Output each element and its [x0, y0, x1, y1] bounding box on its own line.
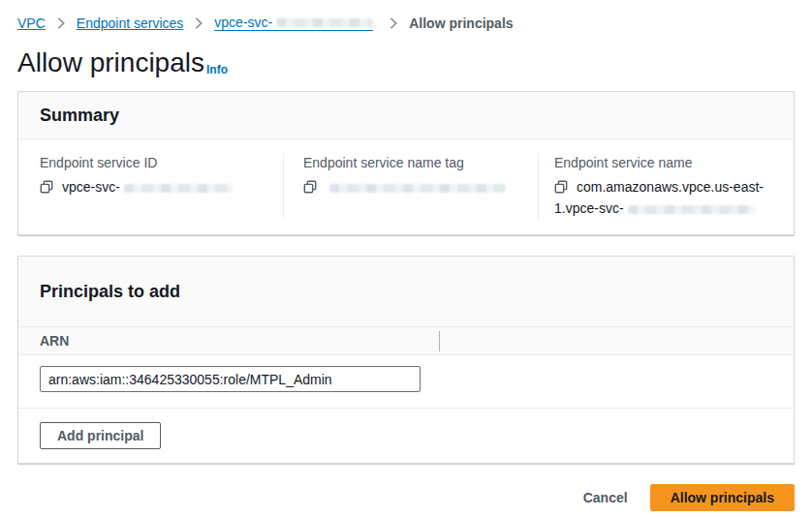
add-principal-button[interactable]: Add principal [40, 422, 161, 449]
field-value: vpce-svc- [40, 176, 267, 198]
summary-field-endpoint-service-name: Endpoint service name com.amazonaws.vpce… [539, 153, 794, 219]
page-title: Allow principals [17, 47, 204, 78]
breadcrumb-vpc-link[interactable]: VPC [17, 15, 46, 31]
arn-input-row [18, 355, 794, 409]
breadcrumb-service-id-prefix: vpce-svc- [214, 15, 272, 30]
chevron-right-icon [54, 16, 68, 30]
arn-table-header: ARN [18, 327, 794, 355]
redacted-text [628, 205, 756, 214]
copy-icon[interactable] [554, 180, 568, 194]
summary-field-endpoint-service-id: Endpoint service ID vpce-svc- [18, 153, 284, 219]
redacted-text [124, 184, 233, 193]
breadcrumb: VPC Endpoint services vpce-svc- Allow pr… [17, 0, 795, 31]
chevron-right-icon [387, 16, 400, 30]
breadcrumb-service-id-link[interactable]: vpce-svc- [214, 15, 373, 31]
summary-card-header: Summary [18, 92, 794, 139]
principals-card-header: Principals to add [18, 257, 794, 327]
page-header: Allow principals Info [17, 47, 795, 78]
breadcrumb-current: Allow principals [409, 15, 513, 31]
cancel-button[interactable]: Cancel [583, 490, 628, 505]
add-principal-row: Add principal [18, 409, 794, 463]
field-label: Endpoint service name [554, 153, 780, 172]
summary-grid: Endpoint service ID vpce-svc- Endpoint s… [18, 139, 794, 234]
arn-input[interactable] [40, 366, 421, 392]
info-link[interactable]: Info [206, 63, 228, 78]
endpoint-service-id-value: vpce-svc- [62, 179, 120, 195]
field-value [303, 176, 522, 198]
summary-card: Summary Endpoint service ID vpce-svc- En… [17, 91, 795, 235]
allow-principals-button[interactable]: Allow principals [650, 484, 795, 511]
copy-icon[interactable] [40, 180, 53, 194]
summary-title: Summary [40, 106, 772, 126]
field-label: Endpoint service ID [40, 153, 267, 172]
arn-column-header: ARN [18, 331, 440, 351]
chevron-right-icon [192, 16, 205, 30]
allow-principals-page: VPC Endpoint services vpce-svc- Allow pr… [0, 0, 812, 511]
summary-field-endpoint-service-name-tag: Endpoint service name tag [284, 153, 539, 219]
copy-icon[interactable] [303, 180, 317, 194]
breadcrumb-endpoint-services-link[interactable]: Endpoint services [77, 15, 184, 31]
redacted-text [276, 18, 373, 27]
principals-title: Principals to add [40, 282, 772, 302]
field-label: Endpoint service name tag [303, 153, 522, 172]
principals-card: Principals to add ARN Add principal [17, 256, 795, 464]
redacted-text [329, 184, 506, 193]
field-value: com.amazonaws.vpce.us-east-1.vpce-svc- [554, 176, 780, 219]
footer-actions: Cancel Allow principals [17, 484, 795, 511]
